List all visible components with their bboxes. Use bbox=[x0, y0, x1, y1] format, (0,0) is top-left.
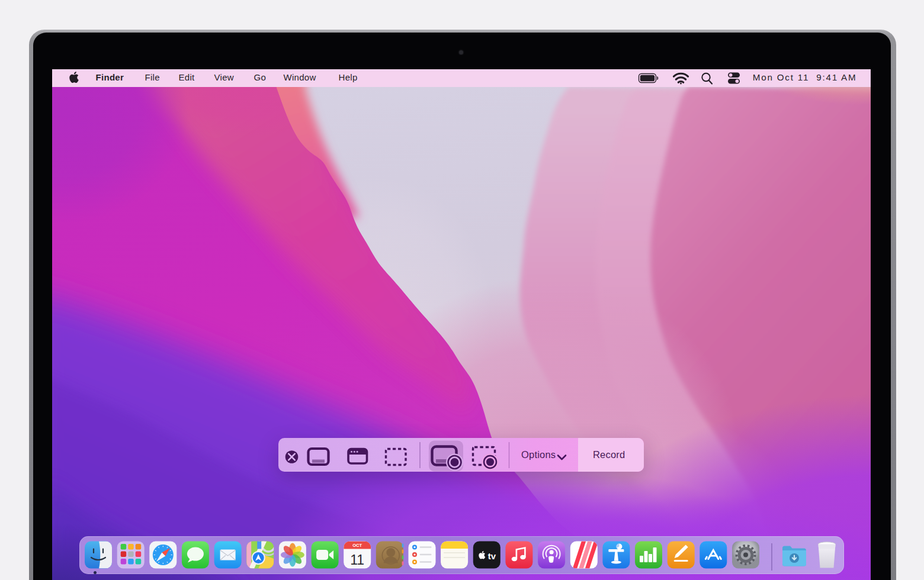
svg-text:OCT: OCT bbox=[352, 543, 362, 548]
svg-text:11: 11 bbox=[350, 552, 364, 568]
svg-text:tv: tv bbox=[487, 550, 496, 560]
